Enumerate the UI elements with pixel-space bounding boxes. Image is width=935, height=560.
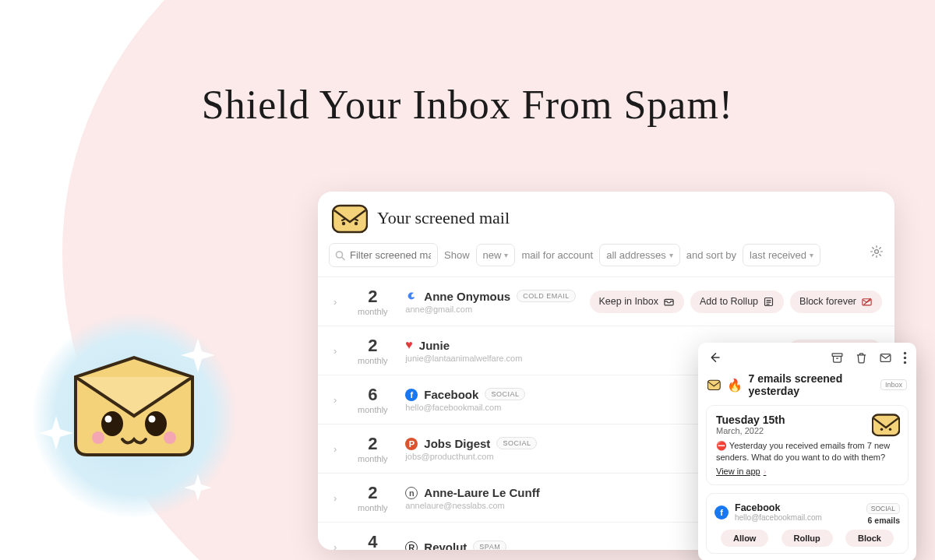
sender-icon: P xyxy=(405,436,418,450)
mail-count: 6 monthly xyxy=(348,385,397,414)
digest-sender-card: f Facebook hello@facebookmail.com SOCIAL… xyxy=(706,493,909,554)
mail-count: 2 monthly xyxy=(348,287,397,316)
search-icon xyxy=(335,250,345,260)
filter-label-sort: and sort by xyxy=(686,249,736,261)
filter-show-select[interactable]: new▾ xyxy=(476,244,516,266)
app-logo-icon xyxy=(332,203,368,234)
sender-tag: SOCIAL xyxy=(496,437,537,449)
sender-icon: n xyxy=(405,485,418,499)
page-headline: Shield Your Inbox From Spam! xyxy=(0,82,935,128)
rollup-button[interactable]: Rollup xyxy=(782,530,833,547)
svg-point-29 xyxy=(889,428,891,431)
sender-email: anne@gmail.com xyxy=(405,305,581,314)
chevron-right-icon: › xyxy=(764,467,767,476)
sender-name: Anne-Laure Le Cunff xyxy=(424,486,539,499)
chevron-down-icon: ▾ xyxy=(669,251,673,259)
digest-summary: Tuesday 15th March, 2022 ⛔ Yesterday you… xyxy=(706,405,909,485)
svg-point-11 xyxy=(875,250,879,254)
expand-chevron-icon[interactable]: › xyxy=(330,443,340,455)
allow-button[interactable]: Allow xyxy=(721,530,768,547)
mail-count: 2 monthly xyxy=(348,483,397,512)
filter-sort-select[interactable]: last received▾ xyxy=(743,244,820,266)
sender-info: Anne Onymous COLD EMAIL anne@gmail.com xyxy=(405,290,581,314)
svg-rect-21 xyxy=(832,353,842,356)
card-count: 6 emails xyxy=(866,516,900,525)
sender-name: Anne Onymous xyxy=(424,290,510,303)
mail-count: 2 monthly xyxy=(348,434,397,463)
sender-icon xyxy=(405,290,418,302)
inbox-badge: Inbox xyxy=(880,379,907,390)
card-sender-email: hello@facebookmail.com xyxy=(735,513,822,522)
svg-line-10 xyxy=(342,257,344,259)
digest-body: ⛔ Yesterday you received emails from 7 n… xyxy=(716,440,898,463)
svg-point-4 xyxy=(92,431,104,444)
svg-rect-27 xyxy=(873,414,899,435)
back-arrow-icon[interactable] xyxy=(707,350,722,365)
svg-point-28 xyxy=(880,428,883,431)
expand-chevron-icon[interactable]: › xyxy=(330,345,340,357)
svg-rect-12 xyxy=(665,299,673,305)
mail-icon[interactable] xyxy=(879,351,892,365)
svg-point-25 xyxy=(904,361,906,363)
chevron-down-icon: ▾ xyxy=(504,251,508,259)
mail-count: 2 monthly xyxy=(348,336,397,365)
sender-name: Revolut xyxy=(424,541,467,551)
sender-name: Facebook xyxy=(424,388,478,401)
block-button[interactable]: Block xyxy=(845,530,894,547)
expand-chevron-icon[interactable]: › xyxy=(330,492,340,504)
sender-icon: f xyxy=(405,387,418,401)
mail-count: 4 monthly xyxy=(348,532,397,550)
view-in-app-link[interactable]: View in app› xyxy=(716,467,766,476)
svg-rect-6 xyxy=(333,206,367,232)
card-sender-name: Facebook xyxy=(735,502,822,513)
sender-tag: COLD EMAIL xyxy=(517,290,576,302)
sender-icon: ♥ xyxy=(405,338,413,352)
digest-date: Tuesday 15th xyxy=(716,414,898,426)
sender-tag: SOCIAL xyxy=(485,388,525,400)
app-logo-icon xyxy=(707,378,721,392)
filters-bar: Show new▾ mail for account all addresses… xyxy=(318,238,894,277)
sender-name: Junie xyxy=(419,339,450,352)
digest-email-card: 🔥 7 emails screened yesterday Inbox Tues… xyxy=(698,343,916,560)
svg-rect-26 xyxy=(707,380,720,389)
gear-icon[interactable] xyxy=(870,245,884,259)
mascot xyxy=(33,315,235,517)
sender-name: Jobs Digest xyxy=(424,437,490,450)
add-to-rollup-button[interactable]: Add to Rollup xyxy=(690,291,784,313)
chevron-down-icon: ▾ xyxy=(810,251,813,259)
digest-subject: 7 emails screened yesterday xyxy=(749,372,871,397)
fire-icon: 🔥 xyxy=(727,378,743,393)
svg-point-0 xyxy=(101,411,123,436)
app-logo-icon xyxy=(872,412,900,437)
filter-label-show: Show xyxy=(444,249,470,261)
digest-date-sub: March, 2022 xyxy=(716,426,898,435)
svg-point-23 xyxy=(904,351,906,354)
filter-label-account: mail for account xyxy=(521,249,593,261)
svg-point-3 xyxy=(149,416,156,423)
keep-in-inbox-button[interactable]: Keep in Inbox xyxy=(590,291,684,313)
sender-tag: SPAM xyxy=(473,541,506,550)
mail-row: › 2 monthly Anne Onymous COLD EMAIL anne… xyxy=(318,277,894,326)
panel-title: Your screened mail xyxy=(377,208,510,228)
search-input-wrap xyxy=(329,243,438,267)
expand-chevron-icon[interactable]: › xyxy=(330,296,340,308)
expand-chevron-icon[interactable]: › xyxy=(330,541,340,551)
more-icon[interactable] xyxy=(903,351,907,365)
svg-point-2 xyxy=(145,411,167,436)
svg-point-5 xyxy=(164,431,176,444)
svg-point-7 xyxy=(342,222,345,225)
svg-point-9 xyxy=(337,252,343,258)
archive-icon[interactable] xyxy=(831,351,844,365)
sender-icon: f xyxy=(714,505,735,519)
block-forever-button[interactable]: Block forever xyxy=(790,291,882,313)
search-input[interactable] xyxy=(329,243,438,267)
expand-chevron-icon[interactable]: › xyxy=(330,394,340,406)
card-tag: SOCIAL xyxy=(866,503,900,514)
svg-point-24 xyxy=(904,356,906,358)
sender-icon: R xyxy=(405,540,418,550)
filter-account-select[interactable]: all addresses▾ xyxy=(599,244,680,266)
svg-point-8 xyxy=(355,222,358,225)
trash-icon[interactable] xyxy=(855,351,868,365)
svg-point-1 xyxy=(105,416,112,423)
